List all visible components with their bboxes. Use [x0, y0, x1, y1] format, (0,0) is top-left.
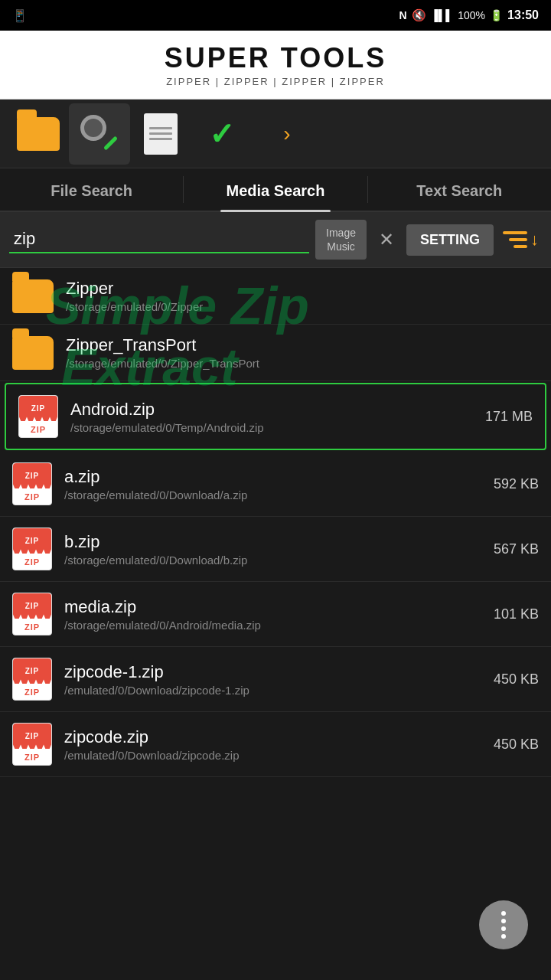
file-info: Android.zip /storage/emulated/0/Temp/And… [70, 400, 473, 434]
toolbar-folder[interactable] [8, 103, 69, 165]
file-path: /emulated/0/Download/zipcode.zip [64, 749, 481, 762]
list-item[interactable]: ZIP ZIP Android.zip /storage/emulated/0/… [5, 383, 546, 450]
search-bar-wrapper: ImageMusic ✕ SETTING ↓ [0, 212, 551, 268]
file-name: a.zip [64, 467, 481, 487]
file-name: Android.zip [70, 400, 473, 420]
fab-icon [501, 911, 506, 939]
content-area: Simple Zip Extract Zipper /storage/emula… [0, 268, 551, 777]
app-subtitle: ZIPPER | ZIPPER | ZIPPER | ZIPPER [165, 76, 386, 87]
tab-file-search[interactable]: File Search [0, 168, 183, 211]
list-item[interactable]: ZIP ZIP b.zip /storage/emulated/0/Downlo… [0, 517, 551, 582]
file-size: 567 KB [494, 541, 539, 557]
list-item[interactable]: Zipper_TransPort /storage/emulated/0/Zip… [0, 325, 551, 381]
file-path: /storage/emulated/0/Temp/Android.zip [70, 421, 473, 434]
phone-icon: 📱 [12, 9, 28, 22]
file-name: b.zip [64, 532, 481, 552]
search-icon [80, 115, 119, 153]
file-path: /emulated/0/Download/zipcode-1.zip [64, 684, 481, 697]
file-info: zipcode-1.zip /emulated/0/Download/zipco… [64, 662, 481, 697]
file-size: 592 KB [494, 476, 539, 492]
sort-button[interactable]: ↓ [500, 227, 542, 253]
folder-icon [12, 279, 54, 313]
file-name: media.zip [64, 597, 481, 617]
tab-text-search[interactable]: Text Search [368, 168, 551, 211]
folder-icon [12, 336, 54, 370]
banner: SUPER TOOLS ZIPPER | ZIPPER | ZIPPER | Z… [0, 31, 551, 100]
file-path: /storage/emulated/0/Zipper [66, 300, 539, 313]
toolbar-check[interactable]: ✓ [191, 103, 253, 165]
toolbar-search[interactable] [69, 103, 130, 165]
list-item[interactable]: Zipper /storage/emulated/0/Zipper [0, 268, 551, 325]
checkmark-icon: ✓ [209, 116, 235, 152]
file-info: Zipper_TransPort /storage/emulated/0/Zip… [66, 335, 539, 370]
file-size: 171 MB [485, 409, 533, 425]
file-name: Zipper [66, 279, 539, 299]
file-size: 450 KB [494, 671, 539, 688]
status-bar: 📱 N 🔇 ▐▌▌ 100% 🔋 13:50 [0, 0, 551, 31]
zip-file-icon: ZIP ZIP [12, 723, 52, 766]
toolbar-more[interactable]: › [253, 103, 314, 165]
search-bar: ImageMusic ✕ SETTING ↓ [0, 212, 551, 268]
zip-file-icon: ZIP ZIP [12, 593, 52, 635]
file-size: 450 KB [494, 737, 539, 753]
folder-icon [17, 117, 60, 151]
time-display: 13:50 [507, 8, 539, 22]
battery-label: 100% [458, 9, 485, 21]
file-list: Zipper /storage/emulated/0/Zipper Zipper… [0, 268, 551, 777]
search-input[interactable] [9, 226, 309, 253]
file-name: zipcode.zip [64, 727, 481, 747]
document-icon [144, 113, 178, 155]
zip-file-icon: ZIP ZIP [18, 395, 58, 438]
search-type-button[interactable]: ImageMusic [315, 220, 367, 260]
file-info: Zipper /storage/emulated/0/Zipper [66, 279, 539, 313]
zip-file-icon: ZIP ZIP [12, 462, 52, 505]
file-name: zipcode-1.zip [64, 662, 481, 682]
fab-button[interactable] [479, 900, 528, 949]
list-item[interactable]: ZIP ZIP media.zip /storage/emulated/0/An… [0, 582, 551, 647]
list-item[interactable]: ZIP ZIP zipcode-1.zip /emulated/0/Downlo… [0, 647, 551, 712]
app-title: SUPER TOOLS [165, 42, 386, 74]
file-info: a.zip /storage/emulated/0/Download/a.zip [64, 467, 481, 501]
file-info: media.zip /storage/emulated/0/Android/me… [64, 597, 481, 632]
file-path: /storage/emulated/0/Download/a.zip [64, 488, 481, 501]
zip-file-icon: ZIP ZIP [12, 528, 52, 570]
battery-icon: 🔋 [490, 9, 503, 21]
zip-file-icon: ZIP ZIP [12, 658, 52, 701]
file-info: zipcode.zip /emulated/0/Download/zipcode… [64, 727, 481, 762]
file-size: 101 KB [494, 606, 539, 622]
tab-bar: File Search Media Search Text Search [0, 168, 551, 212]
toolbar: ✓ › [0, 100, 551, 168]
tab-media-search[interactable]: Media Search [184, 168, 367, 211]
file-info: b.zip /storage/emulated/0/Download/b.zip [64, 532, 481, 567]
mute-icon: 🔇 [412, 8, 426, 22]
file-path: /storage/emulated/0/Android/media.zip [64, 619, 481, 632]
sort-arrow-icon: ↓ [530, 230, 539, 250]
clear-button[interactable]: ✕ [373, 226, 400, 253]
list-item[interactable]: ZIP ZIP a.zip /storage/emulated/0/Downlo… [0, 452, 551, 517]
file-name: Zipper_TransPort [66, 335, 539, 355]
toolbar-document[interactable] [130, 103, 191, 165]
file-path: /storage/emulated/0/Zipper_TransPort [66, 357, 539, 370]
nfc-icon: N [399, 9, 406, 21]
file-path: /storage/emulated/0/Download/b.zip [64, 554, 481, 567]
chevron-right-icon: › [283, 122, 290, 146]
list-item[interactable]: ZIP ZIP zipcode.zip /emulated/0/Download… [0, 712, 551, 777]
signal-icon: ▐▌▌ [431, 9, 454, 21]
setting-button[interactable]: SETTING [406, 224, 494, 256]
